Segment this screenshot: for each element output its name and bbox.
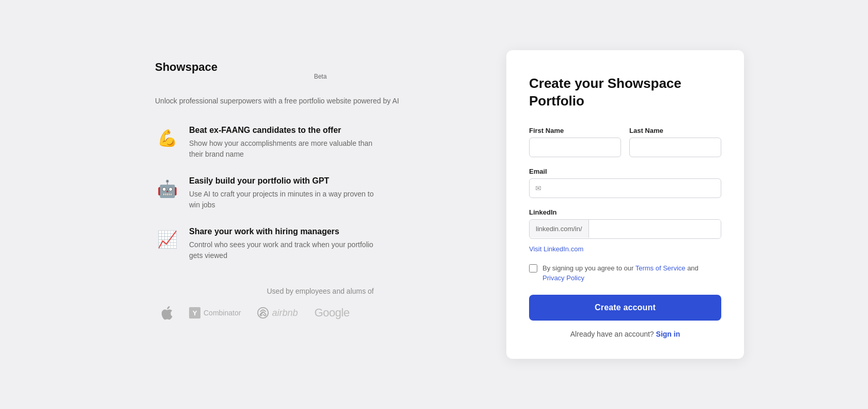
- companies-logos: Y Combinator airbnb Google: [155, 306, 486, 320]
- logo-name: Showspace: [155, 60, 486, 74]
- linkedin-prefix: linkedin.com/in/: [530, 220, 589, 238]
- linkedin-input-wrapper: linkedin.com/in/: [529, 219, 721, 239]
- sign-in-prompt: Already have an account?: [570, 330, 654, 338]
- feature-item-faang: 💪 Beat ex-FAANG candidates to the offer …: [155, 126, 486, 160]
- tagline: Unlock professional superpowers with a f…: [155, 97, 486, 105]
- sign-in-link[interactable]: Sign in: [656, 330, 680, 338]
- logo-badge: Beta: [155, 73, 486, 80]
- linkedin-visit-link[interactable]: Visit LinkedIn.com: [529, 245, 721, 253]
- ycombinator-logo: Y Combinator: [189, 307, 241, 319]
- feature-icon-gpt: 🤖: [155, 176, 180, 201]
- terms-of-service-link[interactable]: Terms of Service: [636, 264, 686, 272]
- feature-title-faang: Beat ex-FAANG candidates to the offer: [189, 126, 375, 135]
- form-card: Create your Showspace Portfolio First Na…: [506, 50, 744, 359]
- first-name-group: First Name: [529, 127, 621, 157]
- terms-text: By signing up you agree to our Terms of …: [542, 263, 721, 283]
- left-panel: Showspace Beta Unlock professional super…: [124, 50, 506, 330]
- signup-form: First Name Last Name Email ✉: [529, 127, 721, 338]
- email-input[interactable]: [529, 178, 721, 198]
- email-input-wrapper: ✉: [529, 178, 721, 198]
- feature-title-share: Share your work with hiring managers: [189, 227, 375, 236]
- last-name-label: Last Name: [629, 127, 721, 134]
- feature-icon-faang: 💪: [155, 126, 180, 150]
- email-group: Email ✉: [529, 168, 721, 198]
- feature-title-gpt: Easily build your portfolio with GPT: [189, 176, 375, 186]
- form-title: Create your Showspace Portfolio: [529, 75, 721, 110]
- linkedin-input[interactable]: [589, 220, 721, 238]
- companies-section: Used by employees and alums of Y Combina…: [155, 287, 486, 320]
- privacy-policy-link[interactable]: Privacy Policy: [542, 274, 584, 282]
- companies-label: Used by employees and alums of: [155, 287, 486, 295]
- sign-in-row: Already have an account? Sign in: [529, 330, 721, 338]
- logo-area: Showspace Beta: [155, 60, 486, 80]
- create-account-button[interactable]: Create account: [529, 295, 721, 321]
- name-row: First Name Last Name: [529, 127, 721, 157]
- features-list: 💪 Beat ex-FAANG candidates to the offer …: [155, 126, 486, 261]
- feature-item-gpt: 🤖 Easily build your portfolio with GPT U…: [155, 176, 486, 210]
- last-name-input[interactable]: [629, 138, 721, 157]
- feature-desc-faang: Show how your accomplishments are more v…: [189, 138, 375, 160]
- airbnb-logo: airbnb: [257, 307, 298, 319]
- linkedin-group: LinkedIn linkedin.com/in/ Visit LinkedIn…: [529, 208, 721, 253]
- google-logo: Google: [314, 306, 349, 320]
- last-name-group: Last Name: [629, 127, 721, 157]
- first-name-label: First Name: [529, 127, 621, 134]
- first-name-input[interactable]: [529, 138, 621, 157]
- feature-desc-share: Control who sees your work and track whe…: [189, 239, 375, 261]
- terms-checkbox[interactable]: [529, 264, 537, 272]
- apple-logo: [160, 306, 173, 320]
- feature-icon-share: 📈: [155, 227, 180, 252]
- terms-row: By signing up you agree to our Terms of …: [529, 263, 721, 283]
- email-label: Email: [529, 168, 721, 175]
- linkedin-label: LinkedIn: [529, 208, 721, 216]
- feature-desc-gpt: Use AI to craft your projects in minutes…: [189, 189, 375, 210]
- feature-item-share: 📈 Share your work with hiring managers C…: [155, 227, 486, 261]
